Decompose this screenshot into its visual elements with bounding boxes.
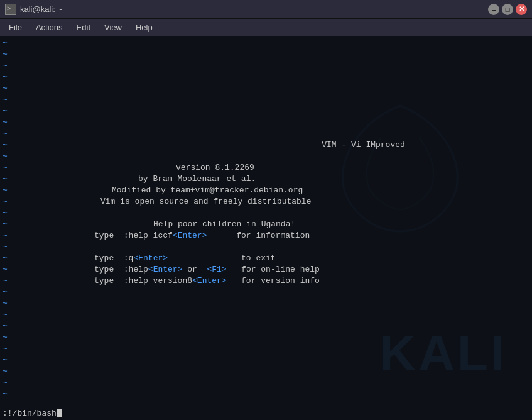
vim-version-line: ~ version 8.1.2269 xyxy=(0,162,532,174)
tilde-line: ~ xyxy=(0,241,532,253)
menu-file[interactable]: File xyxy=(3,21,28,33)
titlebar-left: >_ kali@kali: ~ xyxy=(5,4,62,15)
menu-view[interactable]: View xyxy=(98,21,128,33)
titlebar-title: kali@kali: ~ xyxy=(20,4,62,14)
terminal[interactable]: KALI ~ ~ ~ ~ ~ ~ ~ ~ ~ ~ VIM - Vi IMprov… xyxy=(0,36,532,420)
tilde-line: ~ xyxy=(0,83,532,94)
cursor xyxy=(57,409,62,417)
menubar: File Actions Edit View Help xyxy=(0,19,532,36)
tilde-line: ~ xyxy=(0,117,532,128)
vim-author-text: by Bram Moolenaar et al. xyxy=(13,174,532,185)
vim-license-text: Vim is open source and freely distributa… xyxy=(13,196,532,207)
command-text: :!/bin/bash xyxy=(3,409,57,418)
vim-online-line: ~ type :help<Enter> or <F1> for on-line … xyxy=(0,264,532,275)
tilde-line: ~ xyxy=(0,60,532,72)
vim-exit-line: ~ type :q<Enter> to exit xyxy=(0,253,532,264)
vim-help1-text: Help poor children in Uganda! xyxy=(13,219,532,230)
terminal-content: ~ ~ ~ ~ ~ ~ ~ ~ ~ ~ VIM - Vi IMproved ~ … xyxy=(0,36,532,401)
vim-online-text: type :help<Enter> or <F1> for on-line he… xyxy=(13,264,532,275)
vim-header-text: VIM - Vi IMproved xyxy=(13,140,532,151)
tilde-line: ~ xyxy=(0,49,532,60)
tilde-line: ~ xyxy=(0,94,532,106)
menu-edit[interactable]: Edit xyxy=(70,21,97,33)
tilde-line: ~ xyxy=(0,38,532,49)
vim-header-line: ~ VIM - Vi IMproved xyxy=(0,140,532,151)
tilde-line: ~ xyxy=(0,355,532,366)
terminal-icon: >_ xyxy=(5,4,16,15)
vim-help2-line: ~ type :help iccf<Enter> for information xyxy=(0,230,532,241)
tilde-line: ~ xyxy=(0,377,532,389)
tilde-line: ~ xyxy=(0,72,532,83)
vim-exit-text: type :q<Enter> to exit xyxy=(13,253,532,264)
tilde-line: ~ xyxy=(0,151,532,162)
maximize-button[interactable]: □ xyxy=(502,4,513,15)
vim-version-text: version 8.1.2269 xyxy=(13,162,532,174)
tilde-line: ~ xyxy=(0,128,532,140)
vim-help2-text: type :help iccf<Enter> for information xyxy=(13,230,532,241)
titlebar-controls: – □ ✕ xyxy=(488,4,527,15)
tilde-line: ~ xyxy=(0,366,532,377)
vim-versioninfo-line: ~ type :help version8<Enter> for version… xyxy=(0,275,532,287)
tilde-line: ~ xyxy=(0,309,532,321)
tilde-line: ~ xyxy=(0,343,532,355)
tilde-line: ~ xyxy=(0,298,532,309)
titlebar: >_ kali@kali: ~ – □ ✕ xyxy=(0,0,532,19)
menu-help[interactable]: Help xyxy=(129,21,159,33)
menu-actions[interactable]: Actions xyxy=(30,21,69,33)
tilde-line: ~ xyxy=(0,106,532,117)
close-button[interactable]: ✕ xyxy=(516,4,527,15)
vim-modified-line: ~ Modified by team+vim@tracker.debian.or… xyxy=(0,185,532,196)
tilde-line: ~ xyxy=(0,321,532,332)
minimize-button[interactable]: – xyxy=(488,4,499,15)
tilde-line: ~ xyxy=(0,207,532,219)
tilde-line: ~ xyxy=(0,332,532,343)
vim-help1-line: ~ Help poor children in Uganda! xyxy=(0,219,532,230)
tilde-line: ~ xyxy=(0,389,532,400)
vim-versioninfo-text: type :help version8<Enter> for version i… xyxy=(13,275,532,287)
vim-license-line: ~ Vim is open source and freely distribu… xyxy=(0,196,532,207)
tilde-line: ~ xyxy=(0,287,532,298)
vim-author-line: ~ by Bram Moolenaar et al. xyxy=(0,174,532,185)
vim-modified-text: Modified by team+vim@tracker.debian.org xyxy=(13,185,532,196)
command-line: :!/bin/bash xyxy=(0,406,532,420)
